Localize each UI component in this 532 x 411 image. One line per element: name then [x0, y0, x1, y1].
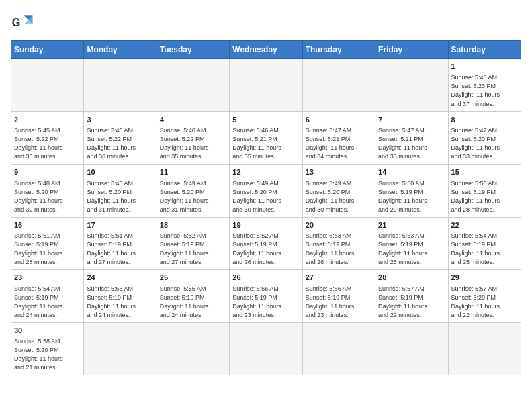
calendar-cell: 19Sunrise: 5:52 AM Sunset: 5:19 PM Dayli…: [230, 217, 302, 270]
day-number: 4: [160, 115, 226, 125]
day-info: Sunrise: 5:53 AM Sunset: 5:19 PM Dayligh…: [306, 232, 372, 267]
calendar-cell: 20Sunrise: 5:53 AM Sunset: 5:19 PM Dayli…: [302, 217, 375, 270]
day-info: Sunrise: 5:46 AM Sunset: 5:22 PM Dayligh…: [87, 126, 153, 161]
day-number: 29: [451, 273, 518, 283]
logo: G: [11, 11, 39, 35]
day-header-tuesday: Tuesday: [157, 41, 229, 59]
day-info: Sunrise: 5:50 AM Sunset: 5:19 PM Dayligh…: [378, 179, 445, 214]
day-number: 30: [14, 326, 81, 336]
calendar-cell: [84, 322, 157, 375]
day-number: 21: [378, 220, 445, 230]
calendar-cell: 4Sunrise: 5:46 AM Sunset: 5:22 PM Daylig…: [157, 111, 229, 165]
day-info: Sunrise: 5:47 AM Sunset: 5:20 PM Dayligh…: [451, 126, 518, 161]
calendar-cell: 6Sunrise: 5:47 AM Sunset: 5:21 PM Daylig…: [302, 111, 375, 165]
day-number: 27: [306, 273, 372, 283]
day-info: Sunrise: 5:55 AM Sunset: 5:19 PM Dayligh…: [160, 285, 226, 320]
day-info: Sunrise: 5:50 AM Sunset: 5:19 PM Dayligh…: [451, 179, 518, 214]
day-info: Sunrise: 5:57 AM Sunset: 5:19 PM Dayligh…: [378, 285, 445, 320]
day-number: 24: [87, 273, 153, 283]
day-header-thursday: Thursday: [302, 41, 375, 59]
day-number: 8: [451, 115, 518, 125]
day-number: 9: [14, 167, 81, 177]
calendar-cell: 15Sunrise: 5:50 AM Sunset: 5:19 PM Dayli…: [448, 165, 521, 218]
day-info: Sunrise: 5:51 AM Sunset: 5:19 PM Dayligh…: [87, 232, 153, 267]
calendar-cell: 28Sunrise: 5:57 AM Sunset: 5:19 PM Dayli…: [375, 270, 448, 323]
day-number: 1: [451, 62, 518, 72]
day-number: 7: [378, 115, 445, 125]
day-info: Sunrise: 5:55 AM Sunset: 5:19 PM Dayligh…: [87, 285, 153, 320]
day-info: Sunrise: 5:53 AM Sunset: 5:19 PM Dayligh…: [378, 232, 445, 267]
calendar-cell: 14Sunrise: 5:50 AM Sunset: 5:19 PM Dayli…: [375, 165, 448, 218]
calendar-cell: [230, 59, 302, 112]
day-number: 13: [306, 167, 372, 177]
day-number: 12: [232, 167, 299, 177]
day-info: Sunrise: 5:52 AM Sunset: 5:19 PM Dayligh…: [232, 232, 299, 267]
calendar-table: SundayMondayTuesdayWednesdayThursdayFrid…: [11, 40, 521, 375]
day-info: Sunrise: 5:48 AM Sunset: 5:20 PM Dayligh…: [14, 179, 81, 214]
calendar-cell: [448, 322, 521, 375]
day-info: Sunrise: 5:54 AM Sunset: 5:19 PM Dayligh…: [451, 232, 518, 267]
day-number: 20: [306, 220, 372, 230]
day-number: 28: [378, 273, 445, 283]
day-number: 14: [378, 167, 445, 177]
day-header-wednesday: Wednesday: [230, 41, 302, 59]
calendar-cell: 10Sunrise: 5:48 AM Sunset: 5:20 PM Dayli…: [84, 165, 157, 218]
calendar-cell: 27Sunrise: 5:56 AM Sunset: 5:19 PM Dayli…: [302, 270, 375, 323]
day-info: Sunrise: 5:49 AM Sunset: 5:20 PM Dayligh…: [160, 179, 226, 214]
day-number: 6: [306, 115, 372, 125]
day-number: 17: [87, 220, 153, 230]
calendar-cell: 5Sunrise: 5:46 AM Sunset: 5:21 PM Daylig…: [230, 111, 302, 165]
calendar-cell: [11, 59, 84, 112]
calendar-cell: [157, 59, 229, 112]
day-number: 26: [232, 273, 299, 283]
calendar-cell: 2Sunrise: 5:45 AM Sunset: 5:22 PM Daylig…: [11, 111, 84, 165]
day-number: 2: [14, 115, 81, 125]
calendar-cell: [375, 59, 448, 112]
day-number: 25: [160, 273, 226, 283]
day-number: 3: [87, 115, 153, 125]
day-info: Sunrise: 5:49 AM Sunset: 5:20 PM Dayligh…: [306, 179, 372, 214]
calendar-cell: 9Sunrise: 5:48 AM Sunset: 5:20 PM Daylig…: [11, 165, 84, 218]
calendar-cell: 23Sunrise: 5:54 AM Sunset: 5:19 PM Dayli…: [11, 270, 84, 323]
day-header-friday: Friday: [375, 41, 448, 59]
day-number: 15: [451, 167, 518, 177]
calendar-cell: 24Sunrise: 5:55 AM Sunset: 5:19 PM Dayli…: [84, 270, 157, 323]
calendar-cell: 12Sunrise: 5:49 AM Sunset: 5:20 PM Dayli…: [230, 165, 302, 218]
day-info: Sunrise: 5:48 AM Sunset: 5:20 PM Dayligh…: [87, 179, 153, 214]
calendar-cell: [157, 322, 229, 375]
day-number: 23: [14, 273, 81, 283]
calendar-cell: [84, 59, 157, 112]
svg-text:G: G: [12, 16, 21, 28]
day-info: Sunrise: 5:57 AM Sunset: 5:20 PM Dayligh…: [451, 285, 518, 320]
calendar-cell: 26Sunrise: 5:56 AM Sunset: 5:19 PM Dayli…: [230, 270, 302, 323]
logo-icon: G: [11, 11, 35, 35]
day-header-sunday: Sunday: [11, 41, 84, 59]
calendar-cell: 16Sunrise: 5:51 AM Sunset: 5:19 PM Dayli…: [11, 217, 84, 270]
day-info: Sunrise: 5:47 AM Sunset: 5:21 PM Dayligh…: [306, 126, 372, 161]
calendar-cell: 22Sunrise: 5:54 AM Sunset: 5:19 PM Dayli…: [448, 217, 521, 270]
day-info: Sunrise: 5:56 AM Sunset: 5:19 PM Dayligh…: [232, 285, 299, 320]
day-info: Sunrise: 5:56 AM Sunset: 5:19 PM Dayligh…: [306, 285, 372, 320]
calendar-cell: 18Sunrise: 5:52 AM Sunset: 5:19 PM Dayli…: [157, 217, 229, 270]
calendar-header: SundayMondayTuesdayWednesdayThursdayFrid…: [11, 41, 521, 59]
calendar-cell: [302, 322, 375, 375]
calendar-cell: 8Sunrise: 5:47 AM Sunset: 5:20 PM Daylig…: [448, 111, 521, 165]
calendar-cell: 13Sunrise: 5:49 AM Sunset: 5:20 PM Dayli…: [302, 165, 375, 218]
calendar-cell: [375, 322, 448, 375]
day-info: Sunrise: 5:54 AM Sunset: 5:19 PM Dayligh…: [14, 285, 81, 320]
day-info: Sunrise: 5:45 AM Sunset: 5:23 PM Dayligh…: [451, 73, 518, 108]
page-header: G: [11, 11, 521, 35]
day-number: 19: [232, 220, 299, 230]
calendar-cell: 29Sunrise: 5:57 AM Sunset: 5:20 PM Dayli…: [448, 270, 521, 323]
calendar-cell: [302, 59, 375, 112]
day-info: Sunrise: 5:46 AM Sunset: 5:21 PM Dayligh…: [232, 126, 299, 161]
day-info: Sunrise: 5:52 AM Sunset: 5:19 PM Dayligh…: [160, 232, 226, 267]
day-info: Sunrise: 5:47 AM Sunset: 5:21 PM Dayligh…: [378, 126, 445, 161]
calendar-cell: [230, 322, 302, 375]
day-header-monday: Monday: [84, 41, 157, 59]
day-info: Sunrise: 5:46 AM Sunset: 5:22 PM Dayligh…: [160, 126, 226, 161]
day-number: 22: [451, 220, 518, 230]
day-info: Sunrise: 5:58 AM Sunset: 5:20 PM Dayligh…: [14, 337, 81, 372]
day-info: Sunrise: 5:51 AM Sunset: 5:19 PM Dayligh…: [14, 232, 81, 267]
calendar-cell: 30Sunrise: 5:58 AM Sunset: 5:20 PM Dayli…: [11, 322, 84, 375]
